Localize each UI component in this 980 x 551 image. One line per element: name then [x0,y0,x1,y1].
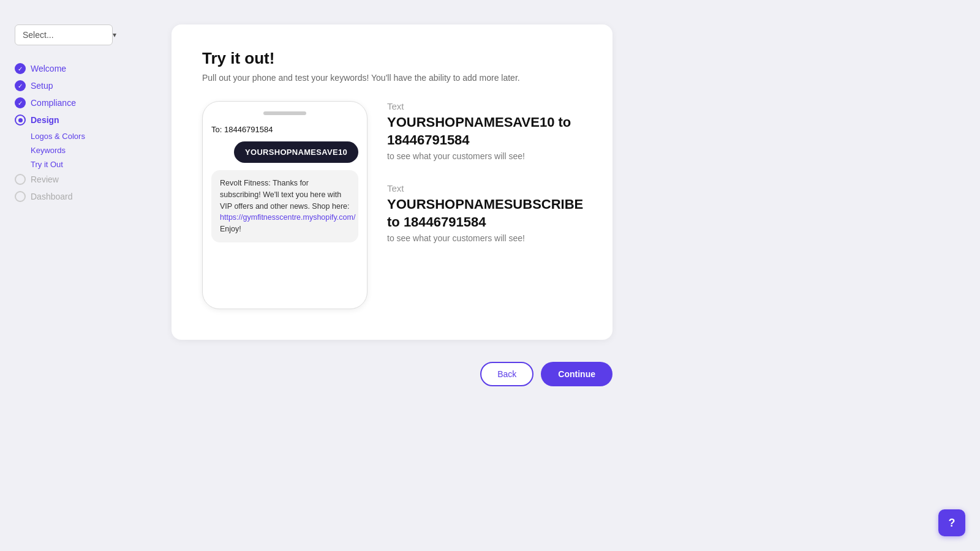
dot-icon-design [15,114,26,126]
instruction-keyword-1: YOURSHOPNAMESAVE10 to18446791584 [387,114,583,149]
dot-icon-dashboard [15,191,26,202]
sidebar-label-design: Design [31,115,59,125]
sidebar-item-welcome[interactable]: Welcome [15,60,123,77]
button-row: Back Continue [172,362,612,386]
main-content: Try it out! Pull out your phone and test… [135,0,980,551]
check-icon-compliance [15,97,26,108]
sidebar-label-welcome: Welcome [31,64,66,73]
sidebar-label-review: Review [31,174,59,184]
chevron-down-icon: ▾ [113,31,116,39]
sidebar-item-design[interactable]: Design [15,111,123,129]
phone-to-line: To: 18446791584 [211,125,358,134]
sidebar-label-dashboard: Dashboard [31,192,73,201]
sidebar-item-compliance[interactable]: Compliance [15,94,123,111]
phone-top-bar [263,111,306,115]
sidebar-item-review[interactable]: Review [15,171,123,188]
sidebar-item-try-it-out[interactable]: Try it Out [31,158,123,171]
sidebar-item-setup[interactable]: Setup [15,77,123,94]
check-icon-welcome [15,63,26,74]
sidebar-item-logos-colors[interactable]: Logos & Colors [31,130,123,143]
continue-button[interactable]: Continue [541,362,612,386]
message-bubble: Revolt Fitness: Thanks for subscribing! … [211,170,358,242]
sidebar-item-keywords[interactable]: Keywords [31,144,123,157]
help-button[interactable]: ? [938,509,965,536]
message-link[interactable]: https://gymfitnesscentre.myshopify.com/ [220,213,355,222]
keyword-bubble: YOURSHOPNAMESAVE10 [234,141,358,163]
account-select[interactable]: Select... [15,24,113,45]
design-subnav: Logos & Colors Keywords Try it Out [15,130,123,171]
instruction-label-2: Text [387,183,583,193]
content-row: To: 18446791584 YOURSHOPNAMESAVE10 Revol… [202,101,582,309]
to-label: To: [211,125,222,134]
instruction-label-1: Text [387,101,583,111]
sidebar-label-setup: Setup [31,81,53,91]
instruction-sub-1: to see what your customers will see! [387,151,583,161]
instruction-block-subscribe: Text YOURSHOPNAMESUBSCRIBEto 18446791584… [387,183,583,243]
main-card: Try it out! Pull out your phone and test… [172,24,612,340]
instruction-keyword-2: YOURSHOPNAMESUBSCRIBEto 18446791584 [387,196,583,231]
dot-icon-review [15,174,26,185]
instruction-sub-2: to see what your customers will see! [387,233,583,243]
check-icon-setup [15,80,26,91]
phone-number: 18446791584 [224,125,273,134]
page-subtitle: Pull out your phone and test your keywor… [202,73,582,83]
back-button[interactable]: Back [480,362,533,386]
sidebar-label-compliance: Compliance [31,98,76,108]
sidebar-item-dashboard[interactable]: Dashboard [15,188,123,205]
select-wrapper: Select... ▾ [15,24,123,45]
phone-mockup: To: 18446791584 YOURSHOPNAMESAVE10 Revol… [202,101,368,309]
sidebar: Select... ▾ Welcome Setup Compliance Des… [0,0,135,551]
instructions-col: Text YOURSHOPNAMESAVE10 to18446791584 to… [387,101,583,243]
instruction-block-save10: Text YOURSHOPNAMESAVE10 to18446791584 to… [387,101,583,161]
page-title: Try it out! [202,49,582,68]
